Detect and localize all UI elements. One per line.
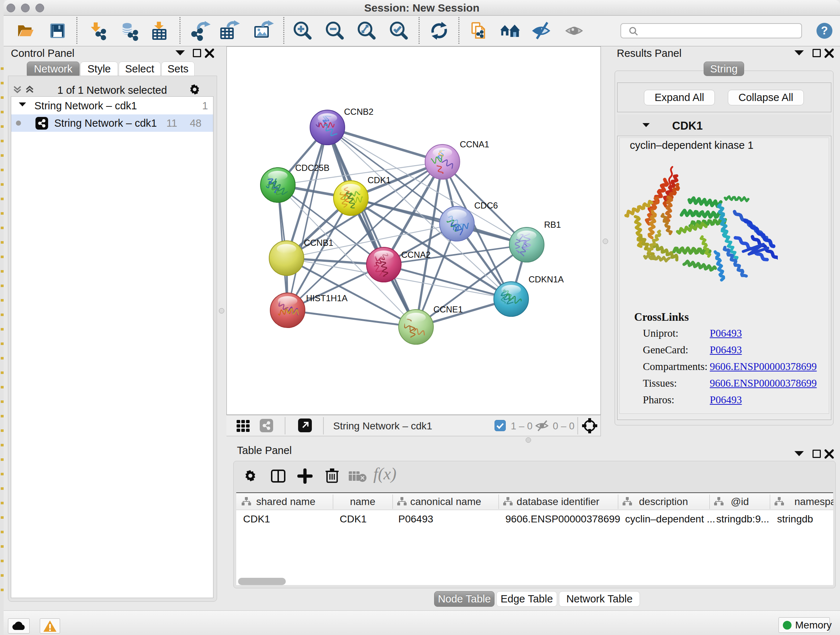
svg-text:CCNA1: CCNA1 xyxy=(460,139,489,149)
svg-text:CDC6: CDC6 xyxy=(474,201,498,211)
svg-text:CDKN1A: CDKN1A xyxy=(529,274,564,284)
svg-text:CCNB1: CCNB1 xyxy=(304,238,333,248)
svg-text:CCNA2: CCNA2 xyxy=(401,250,431,260)
svg-text:CCNE1: CCNE1 xyxy=(433,304,463,314)
svg-text:CCNB2: CCNB2 xyxy=(344,107,373,117)
svg-text:RB1: RB1 xyxy=(544,220,561,230)
svg-text:CDC25B: CDC25B xyxy=(295,163,330,173)
svg-text:CDK1: CDK1 xyxy=(368,175,391,185)
svg-text:HIST1H1A: HIST1H1A xyxy=(306,293,347,303)
